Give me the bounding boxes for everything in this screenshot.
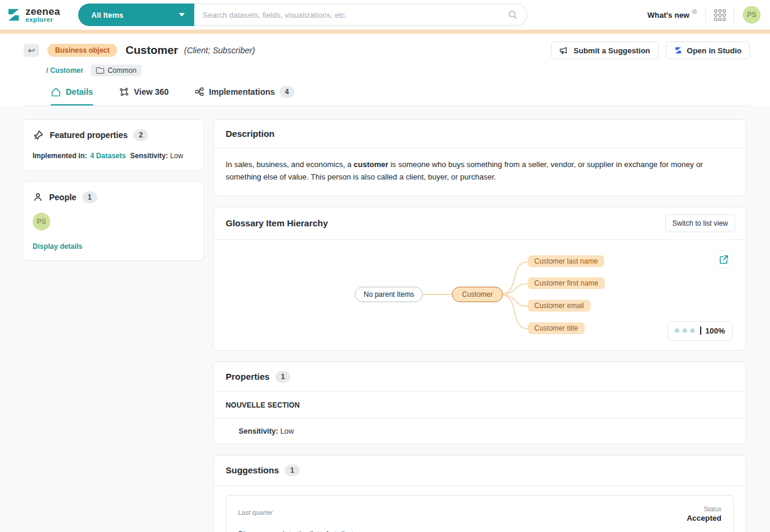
folder-chip[interactable]: Common <box>91 65 142 76</box>
folder-icon <box>96 67 104 74</box>
properties-title: Properties <box>226 371 270 382</box>
divider <box>705 7 706 23</box>
pan-dots-icon <box>691 329 694 332</box>
zoom-control[interactable]: 100% <box>668 321 733 341</box>
pan-dots-icon <box>683 329 686 332</box>
hierarchy-node-child[interactable]: Customer last name <box>528 255 604 267</box>
house-icon <box>51 87 61 97</box>
page-content: Featured properties 2 Implemented in: 4 … <box>0 106 770 532</box>
search-input[interactable] <box>203 11 508 20</box>
featured-properties-count: 2 <box>133 129 148 141</box>
zoom-level: 100% <box>705 326 725 335</box>
back-button[interactable]: ↩ <box>24 44 39 57</box>
suggestion-date: Last quarter <box>238 505 273 516</box>
title-synonyms: (Client; Subscriber) <box>184 46 255 55</box>
implemented-in-label: Implemented in: <box>33 152 87 160</box>
divider <box>214 485 746 486</box>
hierarchy-node-root[interactable]: Customer <box>452 287 503 302</box>
export-diagram-button[interactable] <box>715 251 733 268</box>
people-title: People <box>49 193 76 202</box>
top-bar: zeenea explorer All Items What's new P <box>0 0 770 30</box>
whats-new-label: What's new <box>647 11 689 20</box>
featured-properties-title: Featured properties <box>50 130 127 140</box>
people-card: People 1 PS Display details <box>23 181 204 261</box>
people-count: 1 <box>82 191 97 203</box>
notification-dot-icon <box>692 9 697 14</box>
properties-section-title: NOUVELLE SECTION <box>214 392 746 418</box>
page-title: Customer <box>126 44 178 57</box>
featured-properties-card: Featured properties 2 Implemented in: 4 … <box>23 119 204 171</box>
properties-card: Properties 1 NOUVELLE SECTION Sensitivit… <box>213 361 746 444</box>
sensitivity-value: Low <box>170 152 183 160</box>
submit-suggestion-button[interactable]: Submit a Suggestion <box>551 41 658 59</box>
hierarchy-node-child[interactable]: Customer first name <box>528 277 605 289</box>
suggestion-text: Please complete the list of attributes <box>238 530 721 532</box>
search-bar: All Items <box>78 4 527 26</box>
zeenea-logo-icon <box>6 7 21 23</box>
share-icon <box>718 254 729 265</box>
open-in-studio-button[interactable]: Open in Studio <box>666 41 750 59</box>
scope-selector[interactable]: All Items <box>78 4 194 26</box>
property-row: Sensitivity: Low <box>214 419 746 444</box>
property-label: Sensitivity: <box>239 427 278 435</box>
apps-grid-icon[interactable] <box>714 9 726 21</box>
suggestions-count: 1 <box>285 464 300 476</box>
divider <box>734 7 734 23</box>
suggestions-card: Suggestions 1 Last quarter Status Accept… <box>213 455 746 532</box>
tab-implementations[interactable]: Implementations 4 <box>195 86 294 105</box>
hierarchy-title: Glossary Item Hierarchy <box>226 218 328 228</box>
whats-new-link[interactable]: What's new <box>647 11 697 20</box>
breadcrumb[interactable]: / Customer <box>46 66 84 75</box>
suggestion-item: Last quarter Status Accepted Please comp… <box>226 495 734 532</box>
hierarchy-card: Glossary Item Hierarchy Switch to list v… <box>213 207 746 351</box>
hierarchy-node-child[interactable]: Customer title <box>528 322 585 334</box>
sensitivity-label: Sensitivity: <box>130 152 168 160</box>
display-details-link[interactable]: Display details <box>33 242 194 251</box>
person-icon <box>33 192 43 203</box>
suggestions-title: Suggestions <box>226 465 279 475</box>
hierarchy-node-child[interactable]: Customer email <box>528 300 591 312</box>
description-title: Description <box>226 129 275 139</box>
folder-label: Common <box>108 66 137 75</box>
tab-details[interactable]: Details <box>51 86 93 105</box>
item-type-badge: Business object <box>47 44 117 57</box>
search-icon[interactable] <box>508 9 518 20</box>
implementations-count-badge: 4 <box>280 86 294 98</box>
network-icon <box>119 87 129 97</box>
description-text: In sales, business, and economics, a cus… <box>214 148 746 196</box>
brand-sub: explorer <box>25 17 60 23</box>
property-value: Low <box>280 427 294 435</box>
item-type-color-strip <box>0 30 770 34</box>
hierarchy-diagram: No parent Items Customer Customer last n… <box>214 240 746 350</box>
status-value: Accepted <box>686 514 721 523</box>
zeenea-logo[interactable]: zeenea explorer <box>6 7 70 23</box>
description-card: Description In sales, business, and econ… <box>213 119 746 196</box>
scope-selector-label: All Items <box>91 11 123 20</box>
tab-bar: Details View 360 Implementations <box>24 76 750 106</box>
pan-dots-icon <box>675 329 679 332</box>
divider <box>700 326 701 335</box>
back-arrow-icon: ↩ <box>28 46 35 55</box>
tab-view-360[interactable]: View 360 <box>119 86 169 105</box>
brand-name: zeenea <box>25 7 60 17</box>
pin-icon <box>33 130 44 141</box>
megaphone-icon <box>559 46 569 55</box>
hierarchy-node-no-parent[interactable]: No parent Items <box>355 287 423 302</box>
switch-list-view-button[interactable]: Switch to list view <box>665 214 735 232</box>
datasets-link[interactable]: 4 Datasets <box>90 152 126 160</box>
properties-count: 1 <box>275 371 290 383</box>
person-avatar[interactable]: PS <box>33 213 50 230</box>
schema-icon <box>195 87 204 97</box>
title-section: ↩ Business object Customer (Client; Subs… <box>0 34 770 106</box>
status-label: Status <box>686 505 721 512</box>
user-avatar[interactable]: PS <box>743 6 761 24</box>
chevron-down-icon <box>179 13 185 17</box>
studio-logo-icon <box>674 46 682 55</box>
